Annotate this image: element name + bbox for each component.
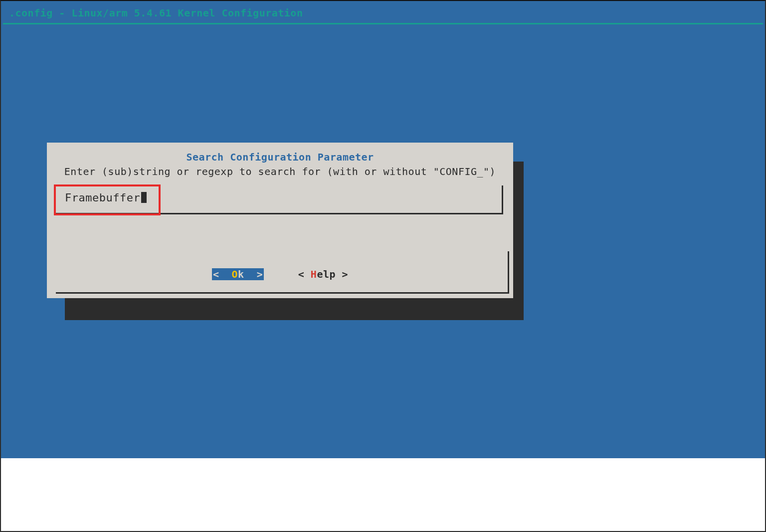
- dialog-button-bar: < Ok > < Help >: [47, 268, 513, 280]
- search-input-text: Framebuffer: [65, 191, 140, 204]
- dialog-title: Search Configuration Parameter: [47, 151, 513, 163]
- help-hotkey: H: [311, 268, 317, 280]
- search-input-value: Framebuffer: [65, 191, 147, 204]
- menuconfig-screen: .config - Linux/arm 5.4.61 Kernel Config…: [0, 0, 766, 532]
- search-input[interactable]: Framebuffer: [56, 185, 503, 214]
- ok-button[interactable]: < Ok >: [212, 268, 264, 280]
- window-title: .config - Linux/arm 5.4.61 Kernel Config…: [9, 7, 303, 19]
- help-button[interactable]: < Help >: [298, 268, 348, 280]
- ok-hotkey: O: [232, 268, 238, 280]
- search-dialog: Search Configuration Parameter Enter (su…: [47, 143, 513, 298]
- cursor-block-icon: [141, 192, 147, 203]
- title-rule: [3, 23, 763, 24]
- dialog-prompt: Enter (sub)string or regexp to search fo…: [47, 166, 513, 177]
